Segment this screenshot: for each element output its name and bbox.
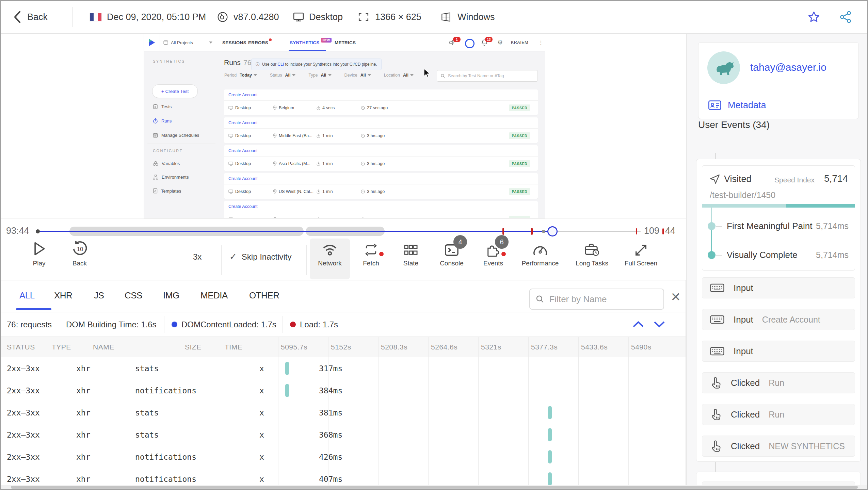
network-filter-field[interactable] bbox=[529, 289, 664, 310]
fetch-panel-toggle[interactable]: Fetch bbox=[349, 240, 393, 267]
sidebar-item-tests: Tests bbox=[153, 104, 172, 109]
skip-inactivity-toggle[interactable]: ✓ Skip Inactivity bbox=[229, 251, 292, 262]
issue-tick[interactable] bbox=[636, 228, 637, 234]
replay-app-logo-icon bbox=[147, 37, 157, 48]
console-panel-toggle[interactable]: 4 Console bbox=[430, 240, 474, 267]
stopwatch-icon bbox=[317, 162, 320, 166]
cli-link: CLI bbox=[277, 62, 284, 67]
visited-url: /test-builder/1450 bbox=[710, 190, 775, 200]
viewport-icon bbox=[358, 1, 369, 33]
pin-icon bbox=[273, 161, 277, 166]
state-panel-toggle[interactable]: State bbox=[389, 240, 433, 267]
keyboard-icon bbox=[710, 282, 725, 293]
visited-event-card[interactable]: Visited Speed Index 5,714 /test-builder/… bbox=[702, 165, 855, 271]
jump-prev-button[interactable] bbox=[632, 321, 644, 328]
sidebar-section-synthetics: SYNTHETICS bbox=[153, 59, 185, 63]
network-tab-other[interactable]: OTHER bbox=[249, 280, 279, 310]
event-connector-line bbox=[715, 462, 716, 472]
col-type: TYPE bbox=[52, 337, 71, 357]
speed-toggle[interactable]: 3x bbox=[193, 252, 202, 262]
network-tab-js[interactable]: JS bbox=[94, 280, 104, 310]
horizontal-scrollbar[interactable] bbox=[1, 485, 867, 489]
replay-app-nav: All Projects SESSIONS ERRORS SYNTHETICSN… bbox=[144, 34, 545, 51]
events-panel-toggle[interactable]: 6 Events bbox=[471, 240, 515, 267]
replay-tab-sessions: SESSIONS bbox=[222, 34, 246, 51]
waterfall-bar bbox=[548, 450, 552, 463]
run-device: Desktop bbox=[228, 189, 273, 194]
network-tab-xhr[interactable]: XHR bbox=[54, 280, 72, 310]
back-label[interactable]: Back bbox=[27, 1, 48, 33]
sidebar-item-environments: Environments bbox=[153, 175, 189, 180]
issue-marker[interactable] bbox=[502, 228, 504, 235]
fmp-label: First Meaningful Paint bbox=[727, 221, 812, 231]
load-dot-icon bbox=[290, 322, 296, 327]
requests-count: 76: requests bbox=[7, 312, 52, 337]
pointer-hand-icon bbox=[710, 376, 722, 390]
scrollbar-thumb[interactable] bbox=[11, 486, 858, 489]
replay-project-selector: All Projects bbox=[160, 34, 216, 51]
monitor-icon bbox=[228, 134, 233, 138]
network-panel: ALL XHR JS CSS IMG MEDIA OTHER ✕ 76: req… bbox=[1, 280, 686, 490]
svg-text:10: 10 bbox=[77, 246, 83, 252]
chevron-down-icon bbox=[209, 42, 212, 44]
filter-status: StatusAll bbox=[270, 73, 295, 78]
replay-user-name: KRAIEM bbox=[511, 34, 528, 51]
replay-tab-metrics: METRICS bbox=[335, 34, 356, 51]
sidebar-section-configure: CONFIGURE bbox=[153, 149, 183, 153]
viewport-resolution: 1366 × 625 bbox=[375, 1, 421, 33]
pin-icon bbox=[273, 133, 277, 138]
event-item-clicked[interactable]: ClickedRun bbox=[702, 372, 855, 393]
time-tick: 5433.6s bbox=[581, 337, 608, 357]
performance-panel-toggle[interactable]: Performance bbox=[518, 240, 562, 267]
waterfall-bar bbox=[548, 406, 552, 419]
runs-search-input: Search by Test Name or #Tag bbox=[437, 70, 538, 82]
event-item-clicked[interactable]: ClickedNEW SYNTHETICS bbox=[702, 436, 855, 457]
event-dot[interactable] bbox=[542, 230, 545, 233]
full-screen-button[interactable]: Full Screen bbox=[619, 240, 663, 267]
jump-next-button[interactable] bbox=[653, 321, 665, 328]
back-10s-button[interactable]: 10 Back bbox=[58, 240, 102, 267]
sidebar-item-variables: Variables bbox=[153, 161, 180, 166]
back-button[interactable] bbox=[13, 1, 22, 33]
search-icon bbox=[535, 294, 544, 304]
network-request-row[interactable]: 2xx–3xxxhrnotificationsx384ms bbox=[1, 379, 686, 402]
visually-complete-value: 5,714ms bbox=[816, 250, 849, 260]
windows-icon bbox=[440, 1, 451, 33]
replay-tab-errors: ERRORS bbox=[248, 34, 272, 51]
network-request-row[interactable]: 2xx–3xxxhrnotificationsx426ms bbox=[1, 446, 686, 468]
info-icon: ⓘ bbox=[256, 62, 260, 67]
metadata-button[interactable]: Metadata bbox=[708, 100, 766, 111]
run-device: Desktop bbox=[228, 133, 273, 138]
play-button[interactable]: Play bbox=[17, 240, 61, 267]
network-panel-toggle[interactable]: Network bbox=[308, 240, 352, 267]
event-item-input[interactable]: Input bbox=[702, 341, 855, 362]
fetch-icon bbox=[363, 243, 379, 257]
network-tab-media[interactable]: MEDIA bbox=[200, 280, 228, 310]
time-tick: 5321s bbox=[481, 337, 501, 357]
network-request-row[interactable]: 2xx–3xxxhrstatsx381ms bbox=[1, 402, 686, 424]
event-item-input[interactable]: InputCreate Account bbox=[702, 309, 855, 330]
favorite-star-button[interactable] bbox=[807, 1, 821, 33]
close-panel-button[interactable]: ✕ bbox=[671, 290, 681, 304]
network-filter-input[interactable] bbox=[548, 294, 658, 305]
event-item-clicked[interactable]: ClickedRun bbox=[702, 404, 855, 425]
run-location: Belgium bbox=[273, 105, 317, 110]
run-duration: 4 secs bbox=[317, 105, 361, 110]
playhead[interactable] bbox=[547, 226, 558, 236]
long-tasks-panel-toggle[interactable]: Long Tasks bbox=[570, 240, 614, 267]
events-alert-dot bbox=[501, 252, 506, 256]
share-button[interactable] bbox=[839, 1, 852, 33]
network-tab-all[interactable]: ALL bbox=[19, 280, 35, 310]
network-tab-css[interactable]: CSS bbox=[125, 280, 142, 310]
col-time: TIME bbox=[225, 337, 242, 357]
monitor-icon bbox=[228, 106, 233, 110]
network-request-row[interactable]: 2xx–3xxxhrstatsx368ms bbox=[1, 424, 686, 446]
network-tab-img[interactable]: IMG bbox=[163, 280, 179, 310]
run-test-name: Create Account bbox=[224, 117, 538, 129]
event-item-input[interactable]: Input bbox=[702, 277, 855, 298]
country-flag-icon bbox=[90, 1, 101, 33]
network-request-row[interactable]: 2xx–3xxxhrstatsx317ms bbox=[1, 357, 686, 379]
issue-marker[interactable] bbox=[531, 228, 533, 235]
waterfall-bar bbox=[548, 428, 552, 441]
run-location: US West (N. Cal... bbox=[273, 189, 317, 194]
